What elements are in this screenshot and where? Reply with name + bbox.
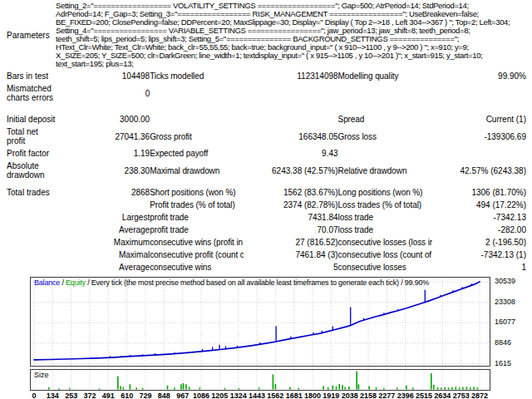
spacer-row [7,104,526,113]
x-tick-label: 491 [102,392,115,399]
row-value-3: 42.57% (6243.38) [432,160,526,181]
row-value-2 [244,82,337,104]
report-row: Total trades2868Short positions (won %)1… [7,186,526,199]
row-value-2: 166348.05 [244,126,337,147]
row-value-3: -7342.13 [432,211,526,224]
report-row: Mismatched charts errors0 [7,82,526,104]
y-tick-label: 30539 [495,278,515,285]
x-tick-label: 1205 [211,392,228,399]
x-tick-label: 1086 [193,392,209,399]
balance-legend-label: Balance [34,278,60,287]
row-value-3: 494 (17.22%) [432,199,526,211]
strategy-tester-report: Parameters Setting_2="==================… [0,0,532,399]
x-tick-label: 253 [65,392,77,399]
row-label: Average [7,261,150,273]
size-panel-label: Size [34,371,49,379]
parameter-lines: Setting_2="================== VOLATILITY… [56,2,526,68]
report-row: Initial deposit3000.00SpreadCurrent (1) [7,113,526,126]
x-tick-label: 2634 [434,392,451,399]
row-value: 27041.36 [56,126,150,147]
y-tick-label: 23308 [495,298,515,306]
row-label-2: consecutive profit (count of wins) [150,249,244,261]
spacer-cell [7,104,526,113]
parameters-value: Setting_2="================== VOLATILITY… [56,0,526,70]
parameter-line: teeth_shift=5; lips_period=5; lips_shift… [56,35,526,43]
row-value-3 [432,147,526,160]
report-row: Absolute drawdown238.30Maximal drawdown6… [7,160,526,181]
x-tick-label: 2158 [360,392,377,399]
report-row: Maximalconsecutive profit (count of wins… [7,249,526,261]
x-tick-label: 134 [47,392,59,399]
y-tick-label: 8846 [495,339,511,347]
row-value-3: 1 [432,261,526,273]
y-axis-labels: 30539233081607788461615 [490,277,529,367]
report-row: Profit trades (% of total)2374 (82.78%)L… [7,199,526,211]
row-label-2: Short positions (won %) [150,186,244,199]
parameter-line: Setting_4="================= VARIABLE_SE… [56,27,526,35]
row-label: Initial deposit [7,113,56,126]
row-label: Total trades [7,186,56,199]
row-label-3: Gross loss [338,126,432,147]
row-value: 0 [56,82,150,104]
x-tick-label: 2515 [416,392,432,399]
x-tick-label: 372 [83,392,96,399]
x-tick-label: 1443 [249,392,265,399]
x-axis-labels: 0134253372491610729848967108612051324144… [30,391,495,399]
x-tick-label: 2038 [342,392,358,399]
row-label: Largest [7,211,150,224]
report-table: Parameters Setting_2="==================… [7,0,526,273]
row-value: 238.30 [56,160,150,181]
x-tick-label: 729 [139,392,151,399]
x-tick-label: 2872 [471,392,488,399]
row-value: 104498 [56,70,150,82]
row-value-2: 7461.84 (3) [244,249,337,261]
row-label-2: Ticks modelled [150,70,244,82]
equity-legend-label: Equity [66,278,86,287]
chart-subtitle: / Every tick (the most precise method ba… [86,278,429,287]
row-value-3: 99.90% [432,70,526,82]
row-label: Maximal [7,249,150,261]
row-value-2: 27 (816.52) [244,236,337,249]
parameters-row: Parameters Setting_2="==================… [7,0,526,70]
row-value-2: 6243.38 (42.57%) [244,160,337,181]
balance-curve-svg [31,278,490,366]
x-tick-label: 1562 [267,392,283,399]
row-value-3: -7342.13 (1) [432,249,526,261]
row-value-3: 2 (-196.50) [432,236,526,249]
report-row: Maximumconsecutive wins (profit in money… [7,236,526,249]
x-tick-label: 2277 [378,392,395,399]
x-tick-label: 1919 [323,392,339,399]
parameter-line: X_SIZE=205; Y_SIZE=500; clr=DarkGreen; l… [56,52,526,60]
parameter-line: Setting_2="================== VOLATILITY… [56,2,526,10]
row-label: Mismatched charts errors [7,82,56,104]
x-tick-label: 0 [32,392,36,399]
row-value-2: 1562 (83.67%) [244,186,337,199]
x-tick-label: 610 [121,392,133,399]
parameter-line: BE_FIXED=200; ClosePending=false; DDPerc… [56,18,526,27]
chart-header: Balance / Equity / Every tick (the most … [34,278,429,287]
row-label-3: Relative drawdown [338,160,432,181]
parameter-line: HText_Clr=White; Text_Clr=White; back_cl… [56,43,526,52]
row-label-2: profit trade [150,224,244,236]
x-tick-label: 1800 [304,392,321,399]
row-label-2: Maximal drawdown [150,160,244,181]
report-row: Bars in test104498Ticks modelled11231409… [7,70,526,82]
row-value [56,199,150,211]
row-value-3: -282.00 [432,224,526,236]
report-row: Profit factor1.19Expected payoff9.43 [7,147,526,160]
row-value-3 [432,82,526,104]
balance-plot: Balance / Equity / Every tick (the most … [30,277,490,367]
row-label-3: loss trade [338,224,432,236]
report-row: Averageconsecutive wins5consecutive loss… [7,261,526,273]
x-tick-label: 967 [176,392,189,399]
row-label-2: Expected payoff [150,147,244,160]
row-label-2: consecutive wins (profit in money) [150,236,244,249]
row-label: Maximum [7,236,150,249]
row-value-2: 70.07 [244,224,337,236]
row-label-2: Profit trades (% of total) [150,199,244,211]
row-label: Total net profit [7,126,56,147]
row-label-3: Spread [338,113,432,126]
row-value-3: -139306.69 [432,126,526,147]
y-tick-label: 1615 [495,360,511,367]
row-label-2: consecutive wins [150,261,244,273]
